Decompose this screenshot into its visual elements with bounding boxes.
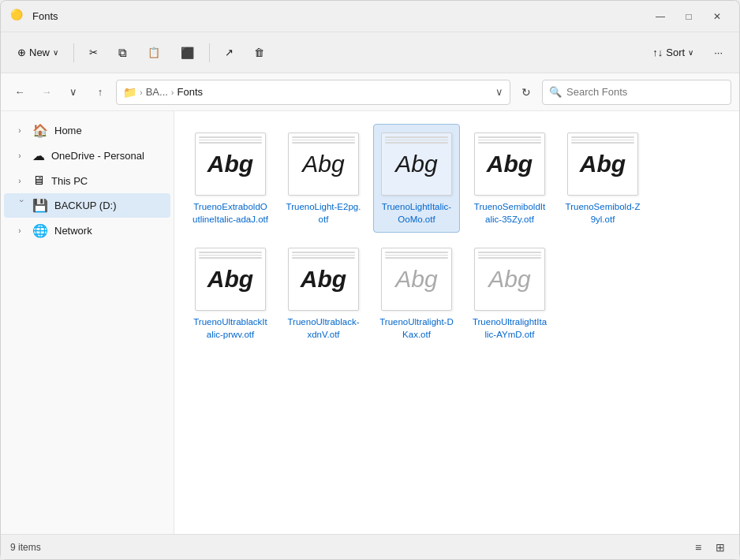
window-title: Fonts — [32, 10, 58, 22]
sidebar-item-onedrive[interactable]: › ☁ OneDrive - Personal — [4, 144, 170, 168]
file-item-9[interactable]: Abg TruenoUltralightItalic-AYmD.otf — [466, 239, 553, 348]
file-name-6: TruenoUltrablackItalic-prwv.otf — [192, 315, 268, 341]
up-arrow-icon: ↑ — [98, 86, 103, 98]
sidebar-label-home: Home — [54, 125, 82, 136]
home-icon: 🏠 — [32, 123, 48, 138]
sort-arrows-icon: ↑↓ — [652, 47, 663, 58]
preview-text-7: Abg — [301, 266, 346, 293]
preview-lines-9 — [475, 252, 544, 259]
delete-button[interactable]: 🗑 — [245, 39, 273, 67]
close-button[interactable]: ✕ — [704, 7, 730, 26]
sidebar-item-network[interactable]: › 🌐 Network — [4, 218, 170, 243]
preview-lines-4 — [475, 136, 544, 144]
preview-text-8: Abg — [395, 266, 437, 293]
minimize-button[interactable]: — — [648, 7, 673, 26]
expand-chevron-button[interactable]: ∨ — [62, 81, 84, 103]
file-grid: Abg TruenoExtraboldOutlineItalic-adaJ.ot… — [187, 124, 727, 348]
file-item-5[interactable]: Abg TruenoSemibold-Z9yl.otf — [559, 124, 646, 233]
file-name-4: TruenoSemiboldItalic-35Zy.otf — [472, 200, 548, 226]
title-bar: 🟡 Fonts — □ ✕ — [1, 1, 739, 32]
window-controls: — □ ✕ — [648, 7, 730, 26]
onedrive-icon: ☁ — [32, 148, 45, 163]
paste-icon: 📋 — [148, 47, 160, 58]
sidebar: › 🏠 Home › ☁ OneDrive - Personal › 🖥 Thi… — [1, 111, 174, 534]
copy-button[interactable]: ⧉ — [110, 39, 136, 67]
preview-text-9: Abg — [488, 266, 530, 293]
file-item-2[interactable]: Abg TruenoLight-E2pg.otf — [280, 124, 367, 233]
more-options-button[interactable]: ··· — [705, 39, 731, 67]
file-area: Abg TruenoExtraboldOutlineItalic-adaJ.ot… — [174, 111, 739, 534]
file-item-7[interactable]: Abg TruenoUltrablack-xdnV.otf — [280, 239, 367, 348]
refresh-icon: ↻ — [521, 86, 531, 99]
search-input[interactable] — [566, 86, 724, 98]
main-content: › 🏠 Home › ☁ OneDrive - Personal › 🖥 Thi… — [1, 111, 739, 534]
backup-icon: 💾 — [32, 198, 48, 213]
address-bar: ← → ∨ ↑ 📁 › BA... › Fonts ∨ ↻ 🔍 — [1, 73, 739, 111]
preview-text-4: Abg — [487, 151, 533, 177]
sidebar-item-home[interactable]: › 🏠 Home — [4, 118, 170, 143]
back-button[interactable]: ← — [9, 81, 31, 103]
cut-icon: ✂ — [89, 47, 98, 58]
preview-text-2: Abg — [302, 151, 344, 177]
file-name-8: TruenoUltralight-DKax.otf — [379, 315, 454, 341]
list-view-icon: ≡ — [695, 541, 701, 554]
toolbar-separator-1 — [73, 43, 74, 62]
chevron-down-icon: ∨ — [69, 86, 77, 98]
move-button[interactable]: ⬛ — [172, 39, 203, 67]
file-name-5: TruenoSemibold-Z9yl.otf — [565, 200, 641, 226]
sidebar-label-onedrive: OneDrive - Personal — [51, 150, 144, 162]
preview-lines-1 — [196, 136, 265, 144]
font-preview-8: Abg — [381, 248, 452, 311]
preview-lines-2 — [289, 136, 358, 144]
sidebar-item-backup[interactable]: › 💾 BACKUP (D:) — [4, 193, 170, 218]
preview-text-6: Abg — [207, 266, 253, 293]
font-preview-4: Abg — [474, 133, 545, 196]
list-view-button[interactable]: ≡ — [689, 538, 708, 557]
status-icons: ≡ ⊞ — [689, 538, 730, 557]
search-icon: 🔍 — [549, 86, 562, 98]
new-button[interactable]: ⊕ New ∨ — [9, 39, 67, 67]
file-item-4[interactable]: Abg TruenoSemiboldItalic-35Zy.otf — [466, 124, 553, 233]
folder-icon: 🟡 — [10, 9, 26, 24]
search-box[interactable]: 🔍 — [542, 80, 731, 105]
expand-icon-backup: › — [13, 200, 26, 212]
toolbar-separator-2 — [209, 43, 210, 62]
thispc-icon: 🖥 — [32, 174, 45, 188]
up-directory-button[interactable]: ↑ — [89, 81, 111, 103]
file-item-3[interactable]: Abg TruenoLightItalic-OoMo.otf — [373, 124, 460, 233]
share-icon: ↗ — [225, 47, 234, 58]
move-icon: ⬛ — [181, 47, 194, 59]
file-name-9: TruenoUltralightItalic-AYmD.otf — [472, 315, 548, 341]
path-separator-2: › — [171, 88, 174, 97]
refresh-button[interactable]: ↻ — [515, 81, 537, 103]
file-item-1[interactable]: Abg TruenoExtraboldOutlineItalic-adaJ.ot… — [187, 124, 274, 233]
path-dropdown-icon[interactable]: ∨ — [495, 86, 503, 98]
share-button[interactable]: ↗ — [216, 39, 242, 67]
preview-text-5: Abg — [580, 151, 626, 177]
ellipsis-icon: ··· — [714, 47, 723, 58]
back-icon: ← — [15, 86, 25, 98]
paste-button[interactable]: 📋 — [139, 39, 169, 67]
sidebar-label-backup: BACKUP (D:) — [54, 200, 117, 211]
file-item-8[interactable]: Abg TruenoUltralight-DKax.otf — [373, 239, 460, 348]
sidebar-item-thispc[interactable]: › 🖥 This PC — [4, 169, 170, 192]
grid-view-button[interactable]: ⊞ — [711, 538, 730, 557]
expand-icon-thispc: › — [13, 174, 26, 187]
cut-button[interactable]: ✂ — [80, 39, 107, 67]
sort-button[interactable]: ↑↓ Sort ∨ — [644, 39, 702, 67]
sort-label: Sort — [666, 47, 685, 58]
maximize-button[interactable]: □ — [676, 7, 701, 26]
grid-view-icon: ⊞ — [716, 541, 725, 554]
path-folder-icon: 📁 — [123, 86, 136, 99]
new-label: New — [29, 47, 50, 58]
address-path[interactable]: 📁 › BA... › Fonts ∨ — [116, 80, 510, 105]
sort-chevron-icon: ∨ — [688, 48, 693, 57]
file-item-6[interactable]: Abg TruenoUltrablackItalic-prwv.otf — [187, 239, 274, 348]
file-name-1: TruenoExtraboldOutlineItalic-adaJ.otf — [192, 200, 268, 226]
path-ellipsis: BA... — [146, 86, 168, 98]
file-name-7: TruenoUltrablack-xdnV.otf — [286, 315, 361, 341]
main-window: 🟡 Fonts — □ ✕ ⊕ New ∨ ✂ ⧉ 📋 ⬛ ↗ — [0, 0, 740, 560]
preview-text-3: Abg — [395, 151, 437, 177]
sidebar-label-network: Network — [54, 225, 92, 237]
forward-button[interactable]: → — [36, 81, 58, 103]
